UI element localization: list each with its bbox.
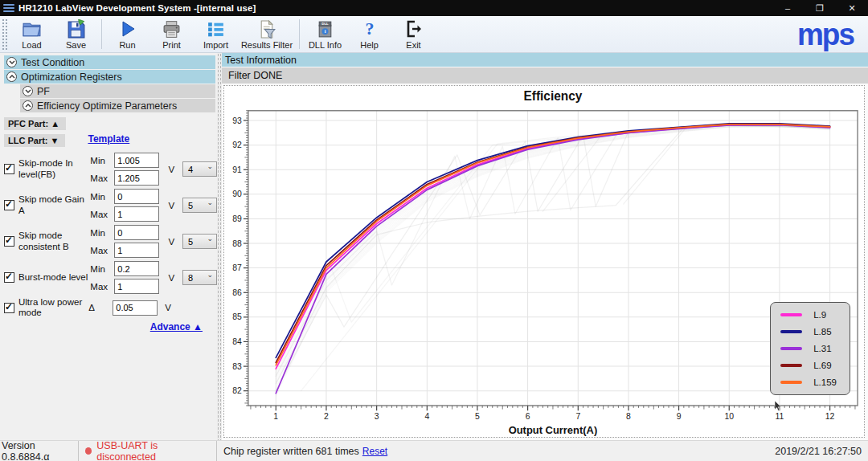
min-input[interactable] — [114, 225, 159, 240]
bits-select[interactable]: 5 — [182, 198, 217, 213]
checkbox-skip-mode-in-level[interactable] — [4, 164, 14, 174]
results-filter-button[interactable]: Results Filter — [238, 16, 296, 52]
minimize-button[interactable]: – — [772, 0, 804, 16]
checkbox-skip-mode-consistent-b[interactable] — [4, 236, 14, 247]
section-label: Test Condition — [21, 57, 84, 68]
usb-status-text: USB-UART is disconnected — [96, 440, 210, 461]
app-menu-icon[interactable] — [3, 4, 14, 12]
filter-status-bar: Filter DONE — [222, 67, 868, 84]
unit-label: V — [166, 237, 178, 247]
param-row-skip-mode-consistent-b: Skip mode consistent B Min Max V 5 — [4, 225, 217, 258]
toolbar: Load Save Run Print Import Results Filte… — [0, 16, 868, 53]
section-efficiency-optimize-parameters[interactable]: Efficiency Optimize Parameters — [20, 99, 215, 112]
maximize-button[interactable]: ❐ — [804, 0, 836, 16]
param-row-burst-mode-level: Burst-mode level Min Max V 8 — [4, 261, 217, 294]
field-name: Max — [90, 210, 114, 219]
legend-label: L.159 — [813, 377, 837, 387]
version-label: Version 0.8.6884.α — [0, 441, 79, 461]
legend-item: L.69 — [780, 361, 837, 370]
legend-label: L.9 — [813, 310, 826, 320]
svg-text:83: 83 — [232, 361, 242, 371]
svg-text:90: 90 — [232, 189, 242, 198]
svg-text:Output Current(A): Output Current(A) — [509, 424, 598, 436]
svg-text:88: 88 — [232, 238, 242, 247]
chevron-down-icon — [23, 86, 33, 96]
svg-text:91: 91 — [232, 165, 242, 174]
advance-link[interactable]: Advance ▲ — [150, 321, 203, 332]
toolbar-separator — [299, 19, 300, 49]
svg-text:6: 6 — [526, 411, 530, 421]
field-name: Max — [90, 246, 114, 255]
checkbox-skip-mode-gain-a[interactable] — [4, 200, 14, 210]
svg-text:89: 89 — [232, 214, 242, 223]
svg-text:4: 4 — [424, 411, 429, 421]
legend-item: L.159 — [780, 377, 837, 387]
param-row-skip-mode-gain-a: Skip mode Gain A Min Max V 5 — [4, 189, 217, 222]
svg-text:3: 3 — [375, 411, 379, 421]
chevron-up-icon — [6, 71, 17, 82]
max-input[interactable] — [114, 279, 159, 294]
svg-text:82: 82 — [232, 386, 242, 395]
toolbar-drag-handle — [2, 18, 8, 50]
reset-link[interactable]: Reset — [362, 446, 387, 457]
parameter-list: Skip-mode In level(FB) Min Max V 4 Skip … — [0, 153, 217, 332]
legend-swatch — [780, 330, 802, 333]
min-input[interactable] — [114, 261, 159, 276]
bits-select[interactable]: 5 — [182, 234, 217, 249]
test-information-panel: Test Information Filter DONE 12345678910… — [222, 53, 868, 440]
load-button[interactable]: Load — [10, 16, 54, 52]
import-button[interactable]: Import — [194, 16, 238, 52]
section-test-condition[interactable]: Test Condition — [4, 55, 215, 69]
load-folder-icon — [22, 18, 43, 39]
svg-text:92: 92 — [232, 140, 242, 149]
section-pf[interactable]: PF — [20, 84, 215, 98]
save-floppy-icon — [66, 18, 87, 39]
close-button[interactable]: ✕ — [836, 0, 868, 16]
status-bar: Version 0.8.6884.α USB-UART is disconnec… — [0, 440, 868, 461]
exit-button[interactable]: Exit — [391, 16, 436, 52]
window-title: HR1210 LabView Development System -[inte… — [18, 3, 256, 13]
svg-text:2: 2 — [324, 411, 329, 421]
svg-text:i: i — [325, 28, 326, 34]
pfc-part-button[interactable]: PFC Part: ▲ — [4, 117, 66, 130]
unit-label: V — [166, 165, 178, 174]
run-play-icon — [117, 18, 138, 39]
checkbox-burst-mode-level[interactable] — [4, 272, 14, 283]
help-button[interactable]: ? Help — [347, 16, 391, 52]
save-button[interactable]: Save — [54, 16, 98, 52]
svg-text:12: 12 — [825, 411, 835, 421]
max-input[interactable] — [114, 206, 159, 222]
toolbar-button-label: Print — [162, 40, 181, 50]
param-label: Skip mode consistent B — [18, 230, 90, 251]
run-button[interactable]: Run — [105, 16, 149, 52]
unit-label: V — [166, 273, 178, 283]
delta-input[interactable] — [113, 300, 158, 316]
min-input[interactable] — [114, 189, 159, 204]
svg-text:84: 84 — [232, 337, 242, 346]
help-question-icon: ? — [359, 18, 380, 39]
checkbox-ultra-low-power-mode[interactable] — [4, 303, 14, 313]
param-row-skip-mode-in-level: Skip-mode In level(FB) Min Max V 4 — [4, 153, 217, 186]
svg-text:7: 7 — [575, 411, 580, 421]
min-input[interactable] — [114, 153, 159, 168]
bits-select[interactable]: 8 — [182, 270, 217, 285]
bits-select[interactable]: 4 — [182, 161, 217, 177]
toolbar-button-label: Exit — [406, 40, 420, 50]
legend-label: L.69 — [813, 361, 831, 370]
chart-legend: L.9 L.85 L.31 L.69 L.159 — [770, 302, 850, 395]
legend-item: L.9 — [780, 310, 837, 320]
max-input[interactable] — [114, 243, 159, 258]
dll-info-button[interactable]: DLLi DLL Info — [303, 16, 347, 52]
svg-text:Efficiency: Efficiency — [524, 89, 583, 103]
max-input[interactable] — [114, 170, 159, 186]
template-link[interactable]: Template — [88, 133, 129, 145]
param-row-ultra-low-power-mode: Ultra low power mode Δ V — [4, 297, 217, 318]
section-optimization-registers[interactable]: Optimization Registers — [4, 70, 215, 84]
title-bar: HR1210 LabView Development System -[inte… — [0, 0, 868, 16]
efficiency-chart: 123456789101112828384858687888990919293E… — [223, 85, 865, 438]
section-label: Efficiency Optimize Parameters — [37, 100, 177, 112]
llc-part-button[interactable]: LLC Part: ▼ — [4, 134, 65, 147]
printer-icon — [162, 18, 182, 39]
param-label: Ultra low power mode — [18, 297, 88, 318]
print-button[interactable]: Print — [149, 16, 194, 52]
